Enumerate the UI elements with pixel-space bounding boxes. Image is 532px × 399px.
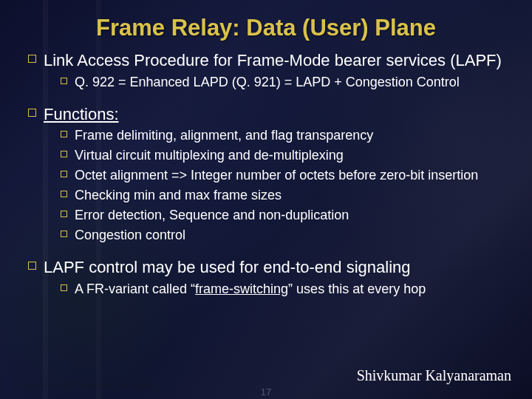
square-bullet-icon [28,262,36,270]
bullet-text: Link Access Procedure for Frame-Mode bea… [44,50,502,71]
bullet-text: Error detection, Sequence and non-duplic… [75,207,349,224]
bullet-frame-switching: A FR-variant called “frame-switching” us… [28,281,510,298]
bullet-frame-sizes: Checking min and max frame sizes [28,187,510,204]
bullet-text: LAPF control may be used for end-to-end … [44,257,411,278]
text-post: ” uses this at every hop [288,282,426,296]
bullet-text: Frame delimiting, alignment, and flag tr… [75,127,373,144]
slide: Frame Relay: Data (User) Plane Link Acce… [0,0,532,399]
bullet-text: Congestion control [75,227,185,244]
slide-title: Frame Relay: Data (User) Plane [0,15,532,41]
bullet-congestion-control: Congestion control [28,227,510,244]
bullet-octet-alignment: Octet alignment => Integer number of oct… [28,167,510,184]
bullet-lapf: Link Access Procedure for Frame-Mode bea… [28,50,510,71]
square-bullet-icon [61,78,67,84]
text-emphasis: frame-switching [195,282,288,296]
bullet-q922: Q. 922 = Enhanced LAPD (Q. 921) = LAPD +… [28,74,510,91]
bullet-virtual-circuit: Virtual circuit multiplexing and de-mult… [28,147,510,164]
bullet-error-detection: Error detection, Sequence and non-duplic… [28,207,510,224]
square-bullet-icon [61,151,67,157]
bullet-functions: Functions: [28,104,510,125]
square-bullet-icon [61,211,67,217]
bullet-text: Virtual circuit multiplexing and de-mult… [75,147,344,164]
text-pre: A FR-variant called “ [75,282,195,296]
bullet-text: Checking min and max frame sizes [75,187,282,204]
spacer [28,247,510,257]
bullet-lapf-control: LAPF control may be used for end-to-end … [28,257,510,278]
bullet-text: A FR-variant called “frame-switching” us… [75,281,426,298]
square-bullet-icon [61,284,67,291]
square-bullet-icon [61,231,67,237]
footer-author: Shivkumar Kalyanaraman [357,367,511,384]
slide-content: Link Access Procedure for Frame-Mode bea… [28,50,510,301]
square-bullet-icon [28,109,36,117]
spacer [28,94,510,104]
footer-institution: Rensselaer Polytechnic Institute [13,379,155,392]
square-bullet-icon [61,191,67,197]
square-bullet-icon [28,55,36,63]
square-bullet-icon [61,131,67,137]
bullet-frame-delimiting: Frame delimiting, alignment, and flag tr… [28,127,510,144]
square-bullet-icon [61,171,67,177]
page-number: 17 [261,386,271,398]
bullet-text: Functions: [44,104,119,125]
bullet-text: Q. 922 = Enhanced LAPD (Q. 921) = LAPD +… [75,74,460,91]
bullet-text: Octet alignment => Integer number of oct… [75,167,478,184]
